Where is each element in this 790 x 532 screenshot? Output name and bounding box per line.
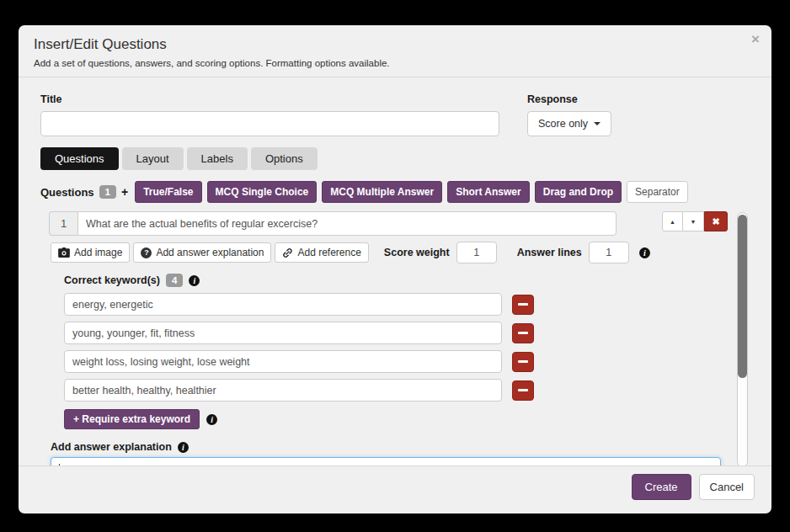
- title-response-row: Title Response Score only: [40, 93, 750, 136]
- add-drag-drop-button[interactable]: Drag and Drop: [535, 181, 622, 203]
- minus-icon: [518, 389, 528, 391]
- remove-keyword-button[interactable]: [512, 380, 534, 401]
- info-icon: i: [639, 247, 650, 258]
- keywords-count-badge: 4: [166, 274, 183, 287]
- close-icon[interactable]: ×: [751, 32, 760, 46]
- keyword-input[interactable]: [64, 322, 502, 344]
- title-input[interactable]: [40, 111, 499, 136]
- keyword-row: [64, 350, 728, 373]
- add-reference-label: Add reference: [297, 247, 360, 258]
- question-text-input[interactable]: [77, 211, 617, 236]
- tab-labels[interactable]: Labels: [187, 147, 248, 170]
- cancel-button[interactable]: Cancel: [699, 474, 755, 500]
- minus-icon: [518, 303, 528, 306]
- add-short-answer-button[interactable]: Short Answer: [447, 181, 530, 203]
- add-image-button[interactable]: Add image: [51, 242, 130, 263]
- add-truefalse-button[interactable]: True/False: [135, 181, 201, 203]
- questions-count-badge: 1: [99, 185, 116, 199]
- dialog-title: Insert/Edit Questions: [34, 36, 756, 53]
- keyword-row: [64, 293, 728, 316]
- answer-explanation-input[interactable]: [51, 457, 721, 466]
- link-icon: [282, 247, 293, 258]
- add-reference-button[interactable]: Add reference: [275, 242, 368, 263]
- answer-lines-label: Answer lines: [517, 247, 582, 258]
- tab-bar: Questions Layout Labels Options: [40, 147, 750, 170]
- remove-keyword-button[interactable]: [512, 323, 534, 343]
- response-dropdown-value: Score only: [538, 118, 588, 130]
- add-answer-explanation-label: Add answer explanation: [156, 247, 264, 258]
- remove-keyword-button[interactable]: [512, 295, 534, 315]
- info-icon: i: [189, 275, 200, 286]
- add-question-button[interactable]: +: [121, 185, 128, 199]
- dialog-header: Insert/Edit Questions Add a set of quest…: [19, 25, 771, 77]
- add-mcq-single-button[interactable]: MCQ Single Choice: [207, 181, 318, 203]
- answer-explanation-section: Add answer explanation i: [51, 441, 728, 466]
- keyword-input[interactable]: [64, 379, 502, 402]
- info-icon: i: [178, 442, 189, 453]
- tab-options[interactable]: Options: [251, 147, 318, 170]
- up-arrow-icon: ▲: [670, 219, 675, 225]
- answer-lines-input[interactable]: [589, 242, 629, 263]
- camera-icon: [58, 247, 70, 258]
- question-actions: ▲ ▼ ✖: [662, 211, 728, 236]
- move-down-button[interactable]: ▼: [683, 211, 704, 231]
- score-weight-label: Score weight: [384, 247, 450, 258]
- response-dropdown[interactable]: Score only: [527, 111, 611, 136]
- down-arrow-icon: ▼: [691, 219, 697, 225]
- answer-explanation-label: Add answer explanation: [51, 441, 172, 453]
- require-extra-keyword-button[interactable]: + Require extra keyword: [64, 409, 200, 429]
- add-image-label: Add image: [74, 247, 122, 258]
- keywords-label: Correct keyword(s): [64, 274, 160, 286]
- add-separator-button[interactable]: Separator: [627, 181, 688, 203]
- chevron-down-icon: [594, 122, 601, 125]
- delete-x-icon: ✖: [712, 216, 719, 227]
- insert-edit-questions-dialog: Insert/Edit Questions Add a set of quest…: [19, 25, 771, 513]
- text-cursor: [59, 464, 60, 466]
- question-number: 1: [49, 211, 77, 236]
- questions-scroll-area: 1 ▲ ▼ ✖ Add image ? Add answer explanati…: [40, 211, 750, 466]
- remove-keyword-button[interactable]: [512, 352, 534, 372]
- title-label: Title: [40, 93, 499, 105]
- keyword-input[interactable]: [64, 350, 502, 373]
- minus-icon: [518, 360, 528, 363]
- question-row: 1 ▲ ▼ ✖: [49, 211, 728, 236]
- keyword-input[interactable]: [64, 293, 502, 316]
- questions-label: Questions: [40, 186, 94, 199]
- response-label: Response: [527, 93, 611, 105]
- keywords-section: Correct keyword(s) 4 i: [64, 274, 728, 429]
- questions-toolbar: Questions 1 + True/False MCQ Single Choi…: [40, 181, 750, 203]
- add-mcq-multiple-button[interactable]: MCQ Multiple Answer: [322, 181, 442, 203]
- keyword-row: [64, 379, 728, 402]
- vertical-scrollbar[interactable]: [737, 212, 748, 466]
- info-icon: i: [206, 414, 217, 425]
- dialog-footer: Create Cancel: [19, 466, 771, 513]
- dialog-subtitle: Add a set of questions, answers, and sco…: [34, 58, 756, 68]
- question-circle-icon: ?: [141, 247, 152, 258]
- question-tools-row: Add image ? Add answer explanation Add r…: [51, 242, 728, 263]
- add-answer-explanation-button[interactable]: ? Add answer explanation: [133, 242, 271, 263]
- dialog-body: Title Response Score only Questions Layo…: [19, 77, 771, 466]
- delete-question-button[interactable]: ✖: [704, 211, 728, 231]
- score-weight-input[interactable]: [456, 242, 497, 263]
- tab-questions[interactable]: Questions: [40, 147, 119, 170]
- minus-icon: [518, 332, 528, 334]
- keyword-row: [64, 322, 728, 344]
- scrollbar-thumb[interactable]: [738, 215, 747, 378]
- move-up-button[interactable]: ▲: [662, 211, 683, 231]
- require-extra-row: + Require extra keyword i: [64, 409, 728, 429]
- create-button[interactable]: Create: [632, 474, 691, 500]
- tab-layout[interactable]: Layout: [122, 147, 184, 170]
